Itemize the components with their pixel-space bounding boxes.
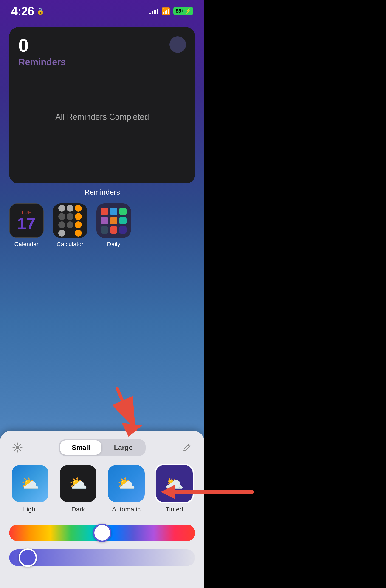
color-slider-track[interactable] (9, 525, 195, 541)
calendar-icon: TUE 17 (9, 203, 44, 238)
daily-label: Daily (107, 241, 120, 248)
style-label-automatic: Automatic (112, 506, 141, 513)
calc-btn (75, 230, 82, 236)
widget-card: 0 Reminders All Reminders Completed (9, 27, 195, 183)
daily-app-7 (101, 226, 108, 233)
svg-line-9 (188, 445, 189, 447)
svg-line-7 (19, 444, 21, 446)
calculator-icon (53, 203, 87, 238)
bottom-panel: Small Large ⛅ Light ⛅ (0, 431, 204, 588)
calc-btn (67, 213, 74, 220)
daily-icon (96, 203, 131, 238)
signal-bars (149, 8, 158, 15)
calculator-label: Calculator (57, 241, 83, 248)
style-icon-light: ⛅ (12, 465, 48, 502)
style-icon-tinted: 🌥️ (156, 465, 193, 502)
widget-count: 0 (18, 36, 29, 55)
daily-app-3 (119, 208, 127, 215)
calc-btn (58, 205, 65, 212)
black-area (204, 0, 386, 588)
signal-bar-1 (149, 13, 151, 15)
app-icons-row: TUE 17 Calendar (0, 203, 204, 248)
weather-light-emoji: ⛅ (21, 475, 39, 492)
widget-empty-text: All Reminders Completed (18, 77, 186, 157)
style-icon-dark: ⛅ (60, 465, 96, 502)
widget-label: Reminders (0, 188, 204, 197)
battery-level: 88+ (176, 8, 184, 14)
status-bar: 4:26 🔒 📶 88+ ⚡ (0, 0, 204, 20)
daily-app-6 (119, 217, 127, 224)
widget-header: 0 (18, 36, 186, 55)
calc-grid (54, 203, 86, 238)
daily-app-1 (101, 208, 108, 215)
calc-btn (67, 205, 74, 212)
color-slider-thumb[interactable] (93, 524, 111, 542)
signal-bar-4 (157, 8, 158, 15)
phone-screen: 4:26 🔒 📶 88+ ⚡ 0 (0, 0, 204, 588)
calendar-date: 17 (17, 215, 36, 232)
brightness-icon (9, 439, 26, 456)
status-time: 4:26 (11, 4, 34, 18)
calendar-inner: TUE 17 (10, 204, 43, 237)
daily-app-8 (110, 226, 117, 233)
opacity-slider-track[interactable] (9, 549, 195, 566)
weather-dark-emoji: ⛅ (69, 475, 87, 492)
style-item-dark[interactable]: ⛅ Dark (58, 465, 99, 513)
app-icon-item-calculator[interactable]: Calculator (53, 203, 87, 248)
weather-tinted-emoji: 🌥️ (165, 475, 184, 492)
daily-app-2 (110, 208, 117, 215)
screen-lock-icon: 🔒 (36, 7, 44, 15)
battery-bolt: ⚡ (185, 8, 191, 14)
widget-title: Reminders (18, 57, 186, 67)
size-toggle: Small Large (59, 439, 146, 456)
calendar-label: Calendar (14, 241, 39, 248)
style-label-light: Light (23, 506, 37, 513)
list-icon (174, 37, 182, 52)
app-icon-item-daily[interactable]: Daily (96, 203, 131, 248)
style-icon-automatic: ⛅ (108, 465, 145, 502)
app-icon-item-calendar[interactable]: TUE 17 Calendar (9, 203, 44, 248)
svg-point-0 (16, 446, 19, 449)
daily-app-9 (119, 226, 127, 233)
calc-btn (67, 221, 74, 228)
widget-divider (18, 72, 186, 72)
panel-controls: Small Large (9, 439, 195, 456)
svg-line-5 (14, 444, 16, 446)
opacity-slider-container (9, 549, 195, 566)
calc-btn (75, 221, 82, 228)
style-label-tinted: Tinted (166, 506, 183, 513)
style-item-tinted[interactable]: 🌥️ Tinted (154, 465, 195, 513)
weather-auto-emoji: ⛅ (117, 475, 135, 492)
calc-btn (75, 205, 82, 212)
wifi-icon: 📶 (162, 7, 170, 15)
color-slider-container (9, 525, 195, 541)
signal-bar-2 (152, 11, 154, 15)
dropper-button[interactable] (179, 439, 195, 456)
calc-btn (58, 221, 65, 228)
svg-line-6 (19, 450, 21, 451)
status-icons: 📶 88+ ⚡ (149, 7, 193, 15)
battery-badge: 88+ ⚡ (173, 7, 193, 15)
daily-grid (96, 203, 131, 238)
daily-app-4 (101, 217, 108, 224)
calc-btn (58, 230, 65, 236)
style-grid: ⛅ Light ⛅ Dark ⛅ Automatic 🌥 (9, 465, 195, 513)
style-label-dark: Dark (71, 506, 85, 513)
daily-app-5 (110, 217, 117, 224)
signal-bar-3 (154, 10, 156, 15)
widget-menu-button[interactable] (170, 36, 186, 53)
style-item-automatic[interactable]: ⛅ Automatic (105, 465, 147, 513)
size-large-button[interactable]: Large (102, 441, 144, 455)
opacity-slider-thumb[interactable] (19, 548, 37, 567)
size-small-button[interactable]: Small (60, 441, 101, 455)
svg-line-8 (14, 450, 16, 451)
calc-btn (58, 213, 65, 220)
style-item-light[interactable]: ⛅ Light (9, 465, 51, 513)
calc-btn (75, 213, 82, 220)
